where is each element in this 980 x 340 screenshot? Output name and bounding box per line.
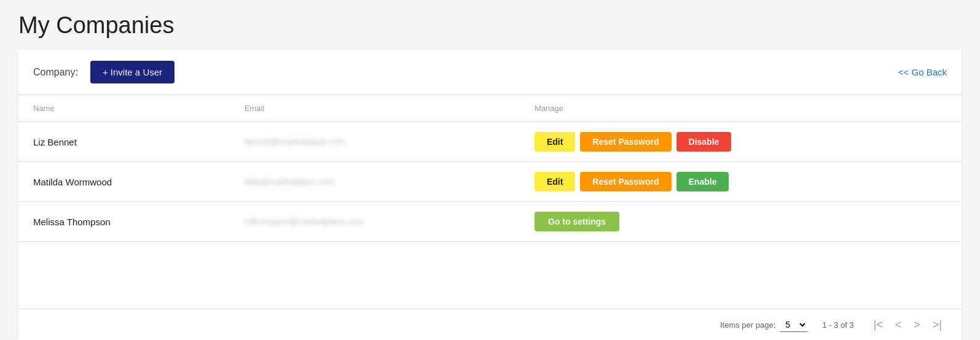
go-to-settings-button[interactable]: Go to settings [535, 212, 619, 231]
items-per-page-container: Items per page: 5 10 25 50 [720, 318, 807, 332]
pagination-nav: |< < > >| [869, 317, 947, 333]
cell-name: Liz Bennet [18, 122, 230, 162]
invite-user-button[interactable]: + Invite a User [90, 61, 174, 83]
last-page-button[interactable]: >| [928, 317, 947, 333]
action-buttons: EditReset PasswordEnable [535, 172, 947, 191]
company-label: Company: [33, 67, 78, 78]
table-row: Liz Bennetbennet@marketplace.comEditRese… [18, 122, 962, 162]
enable-button[interactable]: Enable [676, 172, 729, 191]
pagination-bar: Items per page: 5 10 25 50 1 - 3 of 3 |<… [18, 309, 962, 340]
cell-email: mthompson@marketplace.com [230, 202, 520, 242]
disable-button[interactable]: Disable [676, 132, 732, 152]
next-page-button[interactable]: > [909, 317, 925, 333]
action-buttons: EditReset PasswordDisable [535, 132, 947, 152]
reset-password-button[interactable]: Reset Password [580, 132, 671, 152]
toolbar: Company: + Invite a User << Go Back [18, 50, 962, 95]
main-card: Company: + Invite a User << Go Back Name… [18, 50, 962, 340]
cell-manage: EditReset PasswordDisable [520, 122, 962, 162]
table-row: Melissa Thompsonmthompson@marketplace.co… [18, 202, 962, 242]
table-header-row: Name Email Manage [18, 95, 962, 122]
cell-name: Matilda Wormwood [18, 162, 230, 202]
items-per-page-label: Items per page: [720, 320, 775, 330]
action-buttons: Go to settings [535, 212, 947, 231]
edit-button[interactable]: Edit [535, 132, 575, 152]
col-header-name: Name [18, 95, 230, 122]
cell-email: bennet@marketplace.com [230, 122, 520, 162]
col-header-manage: Manage [520, 95, 962, 122]
table-container: Name Email Manage Liz Bennetbennet@marke… [18, 95, 962, 309]
users-table: Name Email Manage Liz Bennetbennet@marke… [18, 95, 962, 242]
page-container: My Companies Company: + Invite a User <<… [0, 0, 980, 340]
page-title: My Companies [18, 12, 962, 39]
cell-name: Melissa Thompson [18, 202, 230, 242]
col-header-email: Email [230, 95, 520, 122]
table-row: Matilda Wormwoodtilda@marketplace.comEdi… [18, 162, 962, 202]
page-info: 1 - 3 of 3 [822, 320, 853, 330]
first-page-button[interactable]: |< [869, 317, 888, 333]
go-back-link[interactable]: << Go Back [898, 67, 947, 77]
cell-manage: EditReset PasswordEnable [520, 162, 962, 202]
cell-manage: Go to settings [520, 202, 962, 242]
items-per-page-select[interactable]: 5 10 25 50 [780, 318, 807, 332]
edit-button[interactable]: Edit [535, 172, 575, 191]
reset-password-button[interactable]: Reset Password [580, 172, 671, 191]
cell-email: tilda@marketplace.com [230, 162, 520, 202]
prev-page-button[interactable]: < [890, 317, 907, 333]
